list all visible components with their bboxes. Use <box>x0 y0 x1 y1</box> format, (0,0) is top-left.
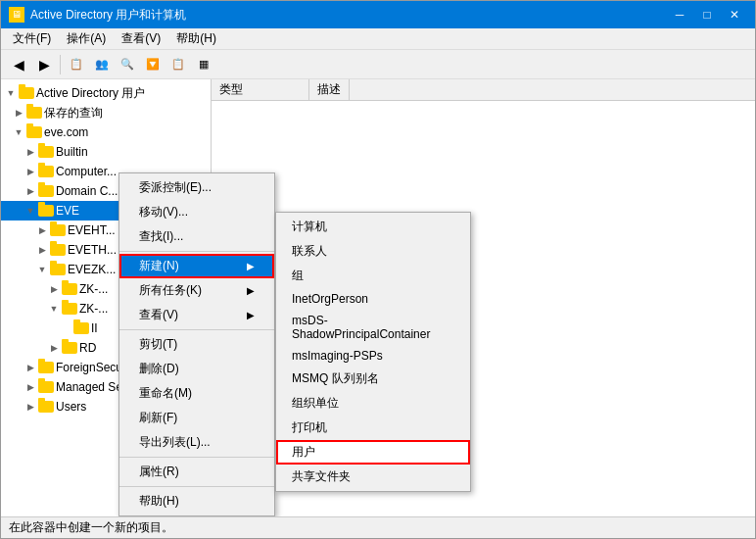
expand-icon-domain: ▶ <box>24 185 36 197</box>
sub-msmq[interactable]: MSMQ 队列别名 <box>276 367 470 391</box>
right-pane-header: 类型 描述 <box>212 79 755 101</box>
tree-label-eveth: EVETH... <box>68 243 117 257</box>
title-bar-icon: 🖥 <box>9 7 24 23</box>
toolbar-btn-1[interactable]: 📋 <box>65 53 88 76</box>
back-button[interactable]: ◀ <box>7 53 30 76</box>
folder-icon-computer <box>38 164 54 179</box>
sub-contact[interactable]: 联系人 <box>276 239 470 264</box>
title-bar-controls: ─ □ ✕ <box>667 5 747 24</box>
sub-share[interactable]: 共享文件夹 <box>276 465 470 489</box>
folder-icon-ii <box>73 320 89 336</box>
sub-orgunit[interactable]: 组织单位 <box>276 391 470 416</box>
expand-icon-managed: ▶ <box>24 381 36 393</box>
sub-msds[interactable]: msDS-ShadowPrincipalContainer <box>276 310 470 345</box>
sub-printer[interactable]: 打印机 <box>276 416 470 440</box>
toolbar-btn-2[interactable]: 👥 <box>90 53 114 76</box>
ctx-help[interactable]: 帮助(H) <box>119 489 274 514</box>
expand-icon-ii <box>60 322 71 334</box>
sub-group[interactable]: 组 <box>276 264 470 288</box>
ctx-props[interactable]: 属性(R) <box>119 460 274 484</box>
expand-icon-root: ▼ <box>5 87 17 99</box>
ctx-refresh[interactable]: 刷新(F) <box>119 406 274 430</box>
folder-icon-eveth <box>50 242 66 258</box>
expand-icon-eve: ▼ <box>13 126 24 138</box>
close-button[interactable]: ✕ <box>722 5 747 24</box>
folder-icon-builtin <box>38 144 54 160</box>
tree-item-eve[interactable]: ▼ eve.com <box>1 122 211 142</box>
context-menu-container: 委派控制(E)... 移动(V)... 查找(I)... 新建(N) ▶ 所有任… <box>118 172 275 516</box>
sub-msimaging[interactable]: msImaging-PSPs <box>276 345 470 367</box>
status-bar: 在此容器中创建一个新的项目。 <box>1 516 755 538</box>
col-type[interactable]: 类型 <box>212 79 309 100</box>
toolbar-btn-5[interactable]: 📋 <box>166 53 190 76</box>
col-desc[interactable]: 描述 <box>309 79 350 100</box>
expand-icon-evezk: ▼ <box>36 264 48 275</box>
ctx-cut[interactable]: 剪切(T) <box>119 332 274 357</box>
ctx-view[interactable]: 查看(V) ▶ <box>119 303 274 327</box>
folder-icon-zk1 <box>62 281 77 297</box>
sub-inetorgperson[interactable]: InetOrgPerson <box>276 288 470 310</box>
expand-icon-zk2: ▼ <box>48 303 60 315</box>
tree-label-rd: RD <box>79 341 96 355</box>
ctx-move[interactable]: 移动(V)... <box>119 200 274 224</box>
tree-label-domain: Domain C... <box>56 184 118 198</box>
folder-icon-domain <box>38 183 54 199</box>
folder-icon-saved <box>26 105 42 121</box>
ctx-delete[interactable]: 删除(D) <box>119 357 274 381</box>
forward-button[interactable]: ▶ <box>32 53 56 76</box>
menu-bar: 文件(F) 操作(A) 查看(V) 帮助(H) <box>1 28 755 50</box>
menu-help[interactable]: 帮助(H) <box>168 28 224 49</box>
menu-view[interactable]: 查看(V) <box>114 28 168 49</box>
expand-icon-eve2: ▼ <box>24 205 36 217</box>
main-window: 🖥 Active Directory 用户和计算机 ─ □ ✕ 文件(F) 操作… <box>0 0 756 539</box>
tree-label-zk1: ZK-... <box>79 282 108 296</box>
expand-icon-rd: ▶ <box>48 342 60 354</box>
tree-item-root[interactable]: ▼ Active Directory 用户 <box>1 83 211 103</box>
toolbar: ◀ ▶ 📋 👥 🔍 🔽 📋 ▦ <box>1 50 755 79</box>
ctx-sep-3 <box>119 457 274 458</box>
tree-label-ii: II <box>91 321 98 335</box>
folder-icon-eve2 <box>38 203 54 219</box>
ctx-sep-4 <box>119 486 274 487</box>
expand-icon-saved: ▶ <box>13 107 24 119</box>
toolbar-sep-1 <box>60 55 61 74</box>
maximize-button[interactable]: □ <box>694 5 720 24</box>
ctx-export[interactable]: 导出列表(L)... <box>119 430 274 455</box>
status-text: 在此容器中创建一个新的项目。 <box>9 519 173 536</box>
folder-icon-evezk <box>50 262 66 277</box>
tree-label-root: Active Directory 用户 <box>36 85 145 102</box>
ctx-find[interactable]: 查找(I)... <box>119 224 274 249</box>
title-bar-text: Active Directory 用户和计算机 <box>30 7 667 24</box>
folder-icon-users <box>38 399 54 415</box>
tree-label-zk2: ZK-... <box>79 302 108 316</box>
toolbar-btn-3[interactable]: 🔍 <box>116 53 139 76</box>
tree-label-saved: 保存的查询 <box>44 105 103 122</box>
expand-icon-eveth: ▶ <box>36 244 48 256</box>
tree-label-eve: eve.com <box>44 125 88 139</box>
toolbar-btn-6[interactable]: ▦ <box>192 53 215 76</box>
menu-action[interactable]: 操作(A) <box>59 28 114 49</box>
ctx-new[interactable]: 新建(N) ▶ <box>119 254 274 278</box>
folder-icon-foreign <box>38 360 54 375</box>
ctx-delegate[interactable]: 委派控制(E)... <box>119 175 274 200</box>
ctx-sep-2 <box>119 329 274 330</box>
folder-icon-rd <box>62 340 77 356</box>
tree-item-saved[interactable]: ▶ 保存的查询 <box>1 103 211 122</box>
expand-icon-computer: ▶ <box>24 166 36 177</box>
tree-label-evezk: EVEZK... <box>68 263 116 276</box>
menu-file[interactable]: 文件(F) <box>5 28 59 49</box>
main-content: ▼ Active Directory 用户 ▶ 保存的查询 ▼ eve.com … <box>1 79 755 516</box>
ctx-sep-1 <box>119 251 274 252</box>
expand-icon-foreign: ▶ <box>24 362 36 373</box>
folder-icon-eveht <box>50 222 66 238</box>
toolbar-btn-4[interactable]: 🔽 <box>141 53 165 76</box>
folder-icon-root <box>19 85 34 101</box>
folder-icon-managed <box>38 379 54 395</box>
ctx-alltasks[interactable]: 所有任务(K) ▶ <box>119 278 274 303</box>
expand-icon-eveht: ▶ <box>36 224 48 236</box>
sub-user[interactable]: 用户 <box>276 440 470 465</box>
sub-computer[interactable]: 计算机 <box>276 215 470 239</box>
ctx-rename[interactable]: 重命名(M) <box>119 381 274 406</box>
minimize-button[interactable]: ─ <box>667 5 692 24</box>
tree-item-builtin[interactable]: ▶ Builtin <box>1 142 211 162</box>
